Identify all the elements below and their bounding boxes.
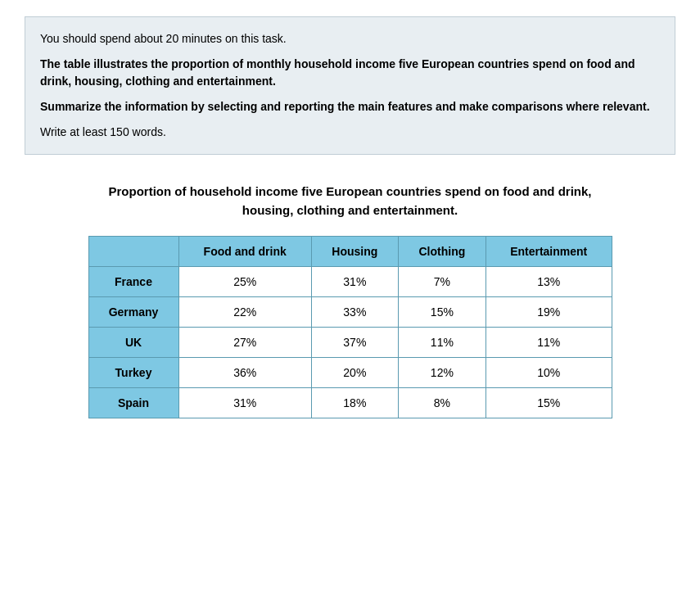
table-row: Spain31%18%8%15% <box>88 388 612 418</box>
header-entertainment: Entertainment <box>485 237 612 267</box>
header-clothing: Clothing <box>398 237 485 267</box>
data-table: Food and drink Housing Clothing Entertai… <box>88 236 612 418</box>
instructions-box: You should spend about 20 minutes on thi… <box>25 16 675 155</box>
table-row: France25%31%7%13% <box>88 267 612 297</box>
cell-housing: 18% <box>311 388 398 418</box>
table-row: Germany22%33%15%19% <box>88 297 612 328</box>
cell-housing: 20% <box>311 358 398 388</box>
cell-food-drink: 31% <box>178 388 311 418</box>
cell-entertainment: 19% <box>485 297 612 328</box>
cell-clothing: 8% <box>398 388 485 418</box>
header-housing: Housing <box>311 237 398 267</box>
cell-entertainment: 15% <box>485 388 612 418</box>
task-description: The table illustrates the proportion of … <box>40 56 660 90</box>
cell-food-drink: 36% <box>178 358 311 388</box>
cell-food-drink: 27% <box>178 328 311 358</box>
cell-clothing: 12% <box>398 358 485 388</box>
cell-food-drink: 25% <box>178 267 311 297</box>
cell-entertainment: 13% <box>485 267 612 297</box>
time-note: You should spend about 20 minutes on thi… <box>40 30 660 47</box>
cell-housing: 33% <box>311 297 398 328</box>
summarize-instruction: Summarize the information by selecting a… <box>40 98 660 115</box>
cell-country: UK <box>88 328 178 358</box>
cell-housing: 37% <box>311 328 398 358</box>
chart-section: Proportion of household income five Euro… <box>25 174 675 427</box>
cell-entertainment: 10% <box>485 358 612 388</box>
header-country <box>88 237 178 267</box>
cell-entertainment: 11% <box>485 328 612 358</box>
header-food-drink: Food and drink <box>178 237 311 267</box>
cell-country: France <box>88 267 178 297</box>
cell-country: Turkey <box>88 358 178 388</box>
cell-housing: 31% <box>311 267 398 297</box>
cell-country: Germany <box>88 297 178 328</box>
cell-food-drink: 22% <box>178 297 311 328</box>
cell-clothing: 11% <box>398 328 485 358</box>
table-row: UK27%37%11%11% <box>88 328 612 358</box>
table-row: Turkey36%20%12%10% <box>88 358 612 388</box>
cell-country: Spain <box>88 388 178 418</box>
word-count: Write at least 150 words. <box>40 124 660 141</box>
chart-title: Proportion of household income five Euro… <box>97 183 604 219</box>
cell-clothing: 15% <box>398 297 485 328</box>
cell-clothing: 7% <box>398 267 485 297</box>
